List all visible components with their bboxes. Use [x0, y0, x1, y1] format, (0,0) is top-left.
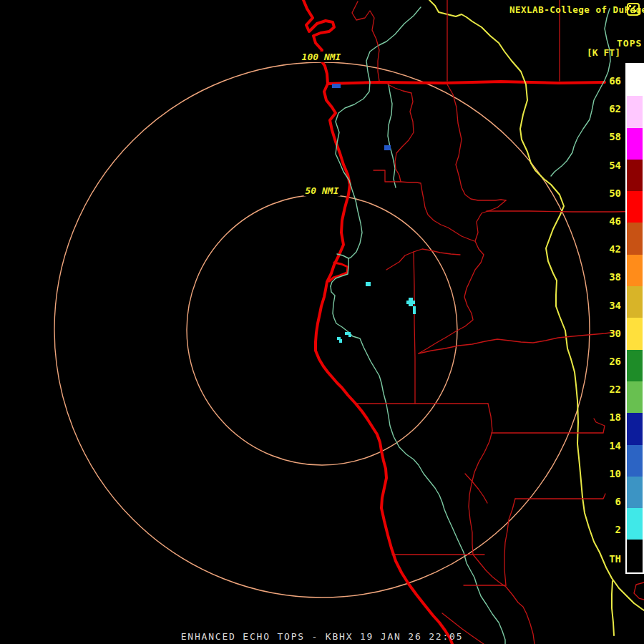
scale-tick-58: 58 [592, 132, 621, 142]
state-border-ca-or [328, 82, 605, 84]
scale-tick-30: 30 [592, 328, 621, 338]
scale-band-4 [627, 191, 643, 223]
scale-tick-62: 62 [592, 104, 621, 114]
range-ring-100nmi-label: 100 NMI [301, 52, 343, 62]
echo-center-b2 [339, 339, 342, 343]
county-line-trinity [419, 200, 506, 353]
radar-map [0, 0, 644, 644]
scale-tick-50: 50 [592, 188, 621, 198]
scale-heading: TOPS [617, 38, 642, 49]
interstate-5-branch [612, 581, 614, 635]
river-border-branch [388, 84, 396, 187]
county-line-697-descender [504, 499, 515, 585]
county-line-vertical-578 [414, 252, 415, 404]
scale-band-11 [627, 413, 643, 444]
college-of-dupage-logo-icon [627, 3, 640, 16]
echo-crescent-city [332, 84, 341, 88]
page-title: NEXLAB-College of DuPage [509, 4, 644, 15]
county-line-west-stub [374, 170, 401, 182]
scale-band-13 [627, 477, 643, 508]
scale-band-6 [627, 255, 643, 286]
scale-band-8 [627, 318, 643, 349]
scale-band-10 [627, 381, 643, 413]
highway-us101-south [316, 84, 452, 644]
scale-tick-10: 10 [592, 469, 621, 479]
county-line-vertical-682 [469, 404, 492, 555]
county-line-top-wiggly [352, 1, 379, 81]
range-ring-50nmi-label: 50 NMI [304, 185, 341, 196]
scale-tick-54: 54 [592, 160, 621, 170]
color-scale-bar [625, 63, 644, 574]
county-line-mid-667 [465, 474, 487, 503]
scale-tick-18: 18 [592, 412, 621, 422]
river-coastal-south [331, 286, 505, 644]
scale-band-15 [627, 540, 643, 572]
county-line-right-hook-2 [634, 582, 644, 600]
range-ring-50nmi [187, 195, 457, 465]
echo-klamath [384, 145, 391, 150]
echo-center-a2 [348, 334, 351, 337]
scale-tick-2: 2 [592, 525, 621, 535]
scale-tick-46: 46 [592, 216, 621, 226]
scale-band-1 [627, 96, 643, 127]
county-line-horizontal-605 [492, 419, 605, 433]
scale-tick-6: 6 [592, 497, 621, 507]
scale-band-3 [627, 160, 643, 191]
scale-band-2 [627, 128, 643, 160]
scale-band-5 [627, 223, 643, 254]
county-line-horizontal-297 [487, 211, 644, 212]
product-caption: ENHANCED ECHO TOPS - KBHX 19 JAN 26 22:0… [0, 631, 644, 642]
county-line-humboldt-north [388, 84, 414, 182]
scale-band-12 [627, 445, 643, 477]
county-line-y350 [386, 249, 460, 270]
scale-tick-38: 38 [592, 272, 621, 282]
county-line-east-diagonal [419, 332, 615, 353]
scale-tick-14: 14 [592, 441, 621, 451]
scale-tick-42: 42 [592, 244, 621, 254]
scale-band-7 [627, 286, 643, 318]
scale-tick-22: 22 [592, 384, 621, 394]
echo-plus-horizontal [406, 301, 415, 304]
county-line-below-border [447, 84, 506, 200]
echo-willow-creek [366, 282, 371, 286]
scale-threshold-label: TH [592, 554, 621, 564]
scale-band-0 [627, 64, 643, 96]
scale-band-9 [627, 350, 643, 381]
scale-tick-66: 66 [592, 76, 621, 86]
scale-band-14 [627, 508, 643, 540]
logo-diagonal-icon [629, 5, 636, 12]
scale-units: [K FT] [587, 47, 620, 58]
radar-display: NEXLAB-College of DuPage TOPS [K FT] 666… [0, 0, 644, 644]
highway-us101-north [303, 0, 334, 84]
echo-dash [413, 306, 416, 314]
scale-tick-34: 34 [592, 301, 621, 311]
scale-tick-26: 26 [592, 356, 621, 366]
